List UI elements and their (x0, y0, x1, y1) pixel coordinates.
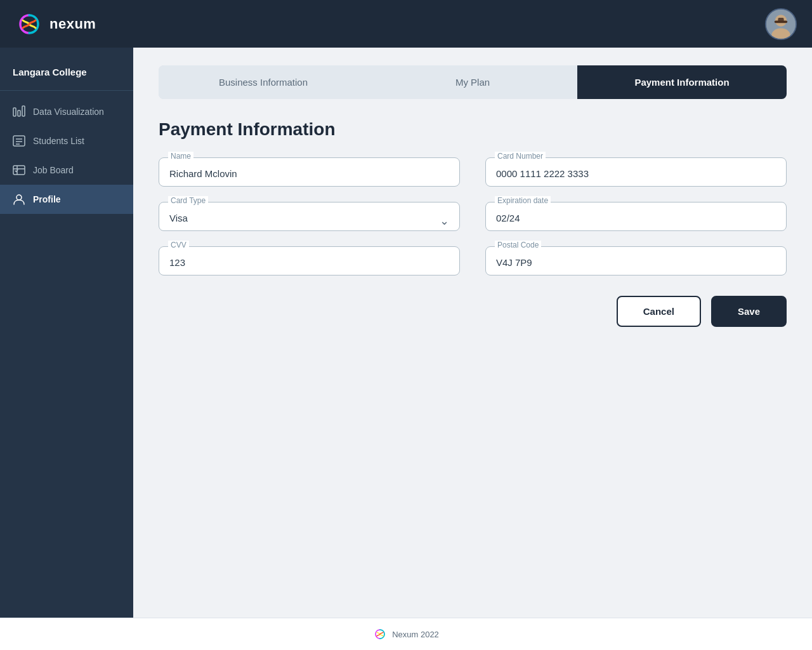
board-icon (13, 164, 25, 176)
expiration-date-input[interactable] (496, 210, 776, 223)
app-name: nexum (49, 16, 96, 32)
sidebar-label-students-list: Students List (33, 136, 84, 146)
sidebar-label-job-board: Job Board (33, 165, 74, 175)
expiration-date-field: Expiration date (485, 202, 787, 231)
card-number-field: Card Number (485, 157, 787, 187)
card-number-input[interactable] (496, 166, 776, 179)
user-avatar[interactable] (765, 8, 797, 40)
tab-business-information[interactable]: Business Information (159, 65, 368, 99)
save-button[interactable]: Save (711, 296, 787, 327)
cancel-button[interactable]: Cancel (617, 296, 701, 327)
cvv-input[interactable] (169, 255, 449, 268)
footer-label: Nexum 2022 (392, 630, 439, 639)
top-nav: nexum (0, 0, 812, 48)
svg-rect-4 (775, 20, 787, 23)
tab-my-plan[interactable]: My Plan (368, 65, 577, 99)
chart-icon (13, 105, 25, 118)
nexum-logo-icon (15, 10, 43, 38)
card-type-select[interactable]: Visa Mastercard Amex Discover (169, 210, 449, 223)
postal-code-label: Postal Code (495, 241, 541, 249)
sidebar-item-data-visualization[interactable]: Data Visualization (0, 97, 133, 126)
postal-code-field: Postal Code (485, 246, 787, 275)
svg-rect-7 (22, 106, 25, 116)
footer-logo-icon (373, 627, 387, 641)
expiration-date-label: Expiration date (495, 196, 551, 205)
postal-code-input[interactable] (496, 255, 776, 268)
person-icon (13, 193, 25, 206)
main-content: Business Information My Plan Payment Inf… (133, 48, 812, 618)
sidebar-item-profile[interactable]: Profile (0, 185, 133, 214)
card-number-label: Card Number (495, 152, 546, 161)
sidebar-label-data-visualization: Data Visualization (33, 107, 104, 117)
main-layout: Langara College Data Visualization Stude… (0, 48, 812, 618)
org-name: Langara College (0, 60, 133, 91)
footer: Nexum 2022 (0, 618, 812, 650)
cvv-field: CVV (159, 246, 460, 275)
page-title: Payment Information (159, 119, 787, 140)
button-row: Cancel Save (159, 296, 787, 327)
svg-rect-6 (18, 110, 20, 116)
sidebar-item-students-list[interactable]: Students List (0, 126, 133, 156)
svg-rect-12 (13, 166, 25, 175)
svg-rect-5 (13, 108, 16, 116)
sidebar: Langara College Data Visualization Stude… (0, 48, 133, 618)
cvv-label: CVV (168, 241, 189, 249)
svg-point-13 (16, 195, 22, 200)
name-field: Name (159, 157, 460, 187)
name-input[interactable] (169, 166, 449, 179)
tab-payment-information[interactable]: Payment Information (577, 65, 787, 99)
payment-form: Name Card Number Card Type Visa Masterca… (159, 157, 787, 275)
card-type-field: Card Type Visa Mastercard Amex Discover … (159, 202, 460, 231)
tab-bar: Business Information My Plan Payment Inf… (159, 65, 787, 99)
card-type-label: Card Type (168, 196, 208, 205)
sidebar-nav: Data Visualization Students List (0, 97, 133, 214)
sidebar-item-job-board[interactable]: Job Board (0, 156, 133, 185)
name-label: Name (168, 152, 193, 161)
logo-area: nexum (15, 10, 96, 38)
avatar-image (766, 10, 796, 39)
list-icon (13, 135, 25, 147)
sidebar-label-profile: Profile (33, 194, 61, 204)
